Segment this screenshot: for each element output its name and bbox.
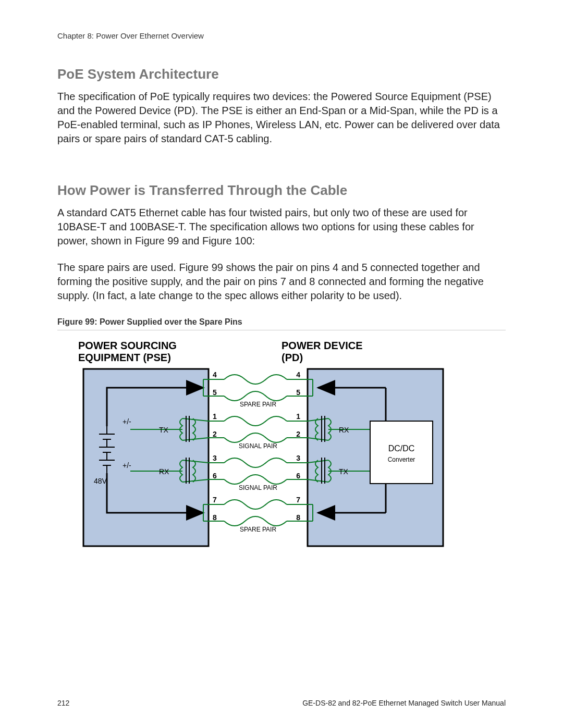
svg-text:6: 6 (296, 472, 300, 480)
page-number: 212 (57, 699, 69, 707)
pd-title-line2: (PD) (282, 352, 303, 363)
figure-caption: Figure 99: Power Supplied over the Spare… (57, 317, 506, 330)
section1-title: PoE System Architecture (57, 66, 506, 82)
svg-text:TX: TX (159, 426, 169, 434)
svg-text:2: 2 (296, 430, 300, 438)
svg-text:+/-: +/- (123, 461, 131, 470)
svg-text:6: 6 (213, 472, 217, 480)
section2-title: How Power is Transferred Through the Cab… (57, 182, 506, 199)
svg-text:SPARE PAIR: SPARE PAIR (240, 401, 277, 408)
svg-text:4: 4 (296, 371, 300, 379)
svg-text:5: 5 (296, 388, 300, 397)
svg-text:5: 5 (213, 388, 217, 397)
svg-text:3: 3 (213, 454, 217, 462)
doc-title-footer: GE-DS-82 and 82-PoE Ethernet Managed Swi… (302, 699, 506, 707)
svg-text:SPARE PAIR: SPARE PAIR (240, 526, 277, 533)
svg-text:48V: 48V (94, 477, 107, 485)
diagram-svg: 4 5 1 2 3 6 7 8 4 5 1 2 3 6 7 8 (78, 364, 448, 557)
svg-text:1: 1 (213, 412, 217, 421)
svg-text:7: 7 (296, 496, 300, 504)
svg-text:4: 4 (213, 371, 217, 379)
section2-p2: The spare pairs are used. Figure 99 show… (57, 261, 506, 303)
svg-text:8: 8 (296, 513, 300, 522)
svg-text:7: 7 (213, 496, 217, 504)
svg-text:1: 1 (296, 412, 300, 421)
svg-text:3: 3 (296, 454, 300, 462)
svg-text:TX: TX (339, 467, 349, 476)
svg-text:RX: RX (159, 467, 169, 476)
svg-text:SIGNAL PAIR: SIGNAL PAIR (239, 442, 277, 450)
svg-text:Converter: Converter (388, 456, 415, 463)
chapter-header: Chapter 8: Power Over Ethernet Overview (57, 31, 506, 40)
pd-title-line1: POWER DEVICE (282, 340, 363, 351)
svg-text:+/-: +/- (123, 417, 131, 426)
svg-text:8: 8 (213, 513, 217, 522)
poe-diagram: POWER SOURCING EQUIPMENT (PSE) POWER DEV… (78, 340, 506, 557)
section1-p1: The specification of PoE typically requi… (57, 90, 506, 146)
pse-title-line1: POWER SOURCING (78, 340, 177, 351)
svg-text:RX: RX (339, 426, 349, 434)
svg-text:SIGNAL PAIR: SIGNAL PAIR (239, 484, 277, 491)
svg-text:DC/DC: DC/DC (388, 444, 415, 453)
pse-title-line2: EQUIPMENT (PSE) (78, 352, 171, 363)
section2-p1: A standard CAT5 Ethernet cable has four … (57, 206, 506, 248)
svg-text:2: 2 (213, 430, 217, 438)
